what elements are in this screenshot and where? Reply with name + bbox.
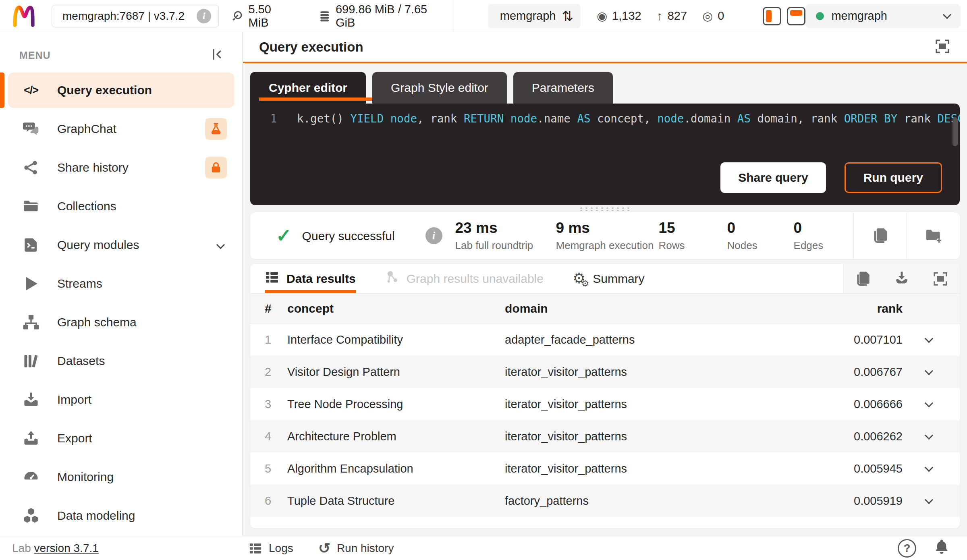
help-icon[interactable]: ? — [898, 539, 916, 558]
edges-counter: ↑ 827 — [657, 9, 687, 23]
connection-info-box[interactable]: memgraph:7687 | v3.7.2 i — [52, 5, 219, 27]
sidebar-item-export[interactable]: Export — [8, 421, 234, 456]
row-expand-button[interactable] — [903, 401, 955, 407]
gauge-icon — [22, 468, 40, 486]
info-icon[interactable]: i — [197, 9, 211, 23]
query-status-message: Query successful — [302, 228, 399, 244]
chat-icon — [22, 120, 40, 138]
resize-handle[interactable] — [250, 205, 960, 212]
row-expand-button[interactable] — [903, 433, 955, 440]
sidebar-item-label: Datasets — [57, 354, 105, 368]
results-tab-summary[interactable]: ⚙⚙Summary — [573, 264, 645, 293]
sidebar-item-datasets[interactable]: Datasets — [8, 343, 234, 379]
sidebar-item-streams[interactable]: Streams — [8, 266, 234, 301]
results-tab-label: Summary — [593, 272, 644, 286]
tab-graph-style-editor[interactable]: Graph Style editor — [372, 72, 507, 104]
sidebar-item-label: Monitoring — [57, 470, 114, 484]
row-domain: iterator_visitor_patterns — [505, 462, 709, 475]
row-expand-button[interactable] — [903, 337, 955, 343]
copy-table-button[interactable] — [844, 264, 882, 293]
run-history-label: Run history — [337, 542, 394, 555]
sidebar-item-share-history[interactable]: Share history — [8, 150, 234, 185]
nodes-counter: ◉ 1,132 — [597, 9, 641, 23]
sidebar-item-import[interactable]: Import — [8, 382, 234, 417]
table-header: #conceptdomainrank — [250, 294, 960, 324]
stat-value: 23 ms — [455, 220, 556, 236]
instance-selector[interactable]: memgraph — [805, 4, 961, 28]
column-header-index: # — [265, 302, 287, 315]
row-expand-button[interactable] — [903, 498, 955, 504]
notifications-bell-icon[interactable] — [933, 538, 950, 558]
query-status-bar: ✓ Query successful i 23 msLab full round… — [250, 212, 960, 259]
info-icon[interactable]: i — [425, 227, 442, 244]
books-icon — [22, 352, 40, 370]
row-concept: Tuple Data Structure — [287, 494, 505, 508]
row-expand-button[interactable] — [903, 466, 955, 472]
terminal-icon — [22, 236, 40, 254]
copy-results-button[interactable] — [853, 212, 907, 259]
download-results-button[interactable] — [882, 264, 921, 293]
edges-count: 827 — [668, 9, 687, 23]
lab-version-link[interactable]: version 3.7.1 — [34, 542, 99, 554]
logs-label: Logs — [269, 542, 293, 555]
layout-vertical-toggle[interactable] — [763, 7, 781, 25]
run-history-button[interactable]: ↺ Run history — [318, 541, 394, 556]
tab-parameters[interactable]: Parameters — [513, 72, 613, 104]
other-counter: ◎ 0 — [702, 9, 724, 23]
sidebar-item-label: Collections — [57, 199, 116, 213]
row-rank: 0.005945 — [709, 462, 903, 475]
sidebar-item-data-modeling[interactable]: Data modeling — [8, 498, 234, 533]
collapse-sidebar-icon[interactable] — [209, 47, 224, 64]
row-domain: iterator_visitor_patterns — [505, 398, 709, 411]
row-index: 3 — [265, 398, 287, 411]
sidebar-item-graph-schema[interactable]: Graph schema — [8, 305, 234, 340]
row-index: 6 — [265, 494, 287, 508]
stat-label: Rows — [659, 239, 727, 252]
sidebar-item-label: GraphChat — [57, 122, 116, 136]
results-tab-graph-results-unavailable: Graph results unavailable — [385, 264, 544, 293]
folder-plus-icon — [925, 227, 942, 245]
run-query-button[interactable]: Run query — [845, 162, 942, 193]
page-title: Query execution — [259, 39, 363, 55]
column-header-rank: rank — [709, 302, 903, 315]
storage-metric: 5.50 MiB — [231, 3, 288, 29]
layout-horizontal-toggle[interactable] — [787, 7, 805, 25]
sidebar-item-label: Import — [57, 393, 91, 407]
copy-icon — [872, 227, 889, 245]
sidebar-item-collections[interactable]: Collections — [8, 189, 234, 224]
sidebar-item-query-execution[interactable]: </>Query execution — [8, 73, 234, 108]
editor-tabs: Cypher editorGraph Style editorParameter… — [250, 72, 960, 104]
stat-value: 0 — [794, 220, 850, 236]
fullscreen-icon[interactable] — [934, 38, 951, 56]
row-expand-button[interactable] — [903, 369, 955, 375]
row-index: 1 — [265, 333, 287, 346]
sidebar-item-monitoring[interactable]: Monitoring — [8, 459, 234, 495]
results-panel: Data resultsGraph results unavailable⚙⚙S… — [250, 264, 960, 528]
sidebar-item-graphchat[interactable]: GraphChat — [8, 111, 234, 147]
results-tab-data-results[interactable]: Data results — [265, 264, 356, 293]
sidebar-item-label: Data modeling — [57, 509, 135, 523]
cypher-editor[interactable]: 1 k.get() YIELD node, rank RETURN node.n… — [250, 104, 960, 205]
copy-icon — [855, 270, 872, 287]
sidebar-item-query-modules[interactable]: Query modules — [8, 227, 234, 263]
memory-metric: 699.86 MiB / 7.65 GiB — [318, 3, 435, 29]
swap-vertical-icon: ⇅ — [562, 8, 573, 24]
logs-button[interactable]: Logs — [249, 541, 293, 555]
graph-icon — [385, 270, 399, 287]
table-row: 1Interface Compatibilityadapter_facade_p… — [250, 324, 960, 356]
sidebar-item-label: Query modules — [57, 238, 139, 252]
sidebar-item-label: Share history — [57, 161, 129, 174]
editor-scrollbar[interactable] — [952, 117, 958, 146]
save-to-collection-button[interactable] — [907, 212, 960, 259]
results-tabs: Data resultsGraph results unavailable⚙⚙S… — [265, 264, 674, 293]
row-domain: adapter_facade_patterns — [505, 333, 709, 346]
nodes-count: 1,132 — [612, 9, 641, 23]
database-selector[interactable]: memgraph ⇅ — [488, 4, 581, 28]
import-icon — [22, 390, 40, 409]
target-icon: ◎ — [702, 9, 713, 23]
cypher-query-text[interactable]: k.get() YIELD node, rank RETURN node.nam… — [297, 110, 960, 127]
expand-results-button[interactable] — [921, 264, 960, 293]
tab-cypher-editor[interactable]: Cypher editor — [250, 72, 366, 104]
results-table: 1Interface Compatibilityadapter_facade_p… — [250, 324, 960, 517]
share-query-button[interactable]: Share query — [720, 162, 826, 193]
